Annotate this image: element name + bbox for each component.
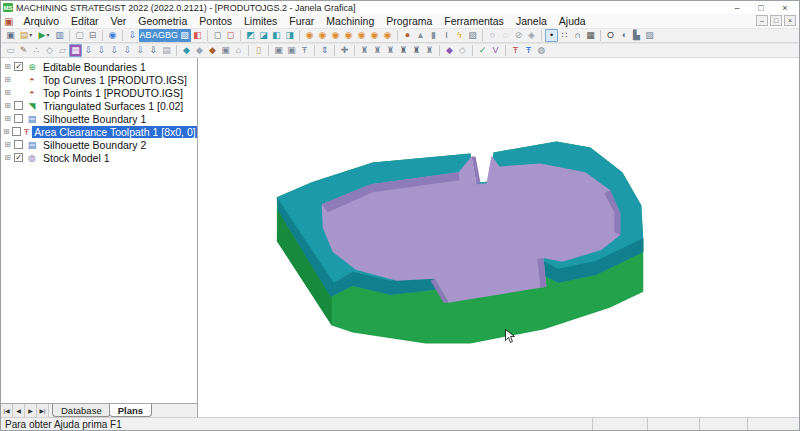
raster-finish-button[interactable]: ▤▾ xyxy=(160,44,173,57)
machining-op-3-button[interactable]: ♜▾ xyxy=(384,44,397,57)
circle-draw-button[interactable]: O▾ xyxy=(604,29,617,42)
machining-op-4-button[interactable]: ♜▾ xyxy=(397,44,410,57)
section-button[interactable]: I▾ xyxy=(440,29,453,42)
maximize-icon[interactable]: □ xyxy=(749,3,773,13)
zoom-window-button[interactable]: ◻▾ xyxy=(211,29,224,42)
menu-item[interactable]: Geometria xyxy=(132,15,193,27)
menu-item[interactable]: Ver xyxy=(105,15,133,27)
menu-item[interactable]: Ferramentas xyxy=(438,15,510,27)
zoom-previous-button[interactable]: ◻▾ xyxy=(224,29,237,42)
view-bottom-button[interactable]: ◉▾ xyxy=(381,29,394,42)
area-clearance-active-button[interactable]: ▦▾ xyxy=(69,44,82,57)
iso-view-ne-button[interactable]: ◩▾ xyxy=(244,29,257,42)
graphics-viewport[interactable] xyxy=(198,58,799,417)
page-setup-button[interactable]: ▢▾ xyxy=(73,29,86,42)
tool-axis-red-button[interactable]: Ŧ▾ xyxy=(509,44,522,57)
step-button[interactable]: ▙▾ xyxy=(630,29,643,42)
plane-button[interactable]: ▭▾ xyxy=(4,44,17,57)
point-mode-button[interactable]: •▾ xyxy=(545,29,558,42)
view-iso-button[interactable]: ◉▾ xyxy=(303,29,316,42)
tab-plans[interactable]: Plans xyxy=(109,404,152,417)
drill-3-button[interactable]: ⇩▾ xyxy=(108,44,121,57)
expand-icon[interactable]: ⊞ xyxy=(3,101,12,110)
expand-icon[interactable]: ⊞ xyxy=(3,153,12,162)
circle-select-2-button[interactable]: ◌▾ xyxy=(499,29,512,42)
view-ab-button[interactable]: AB▾ xyxy=(139,29,152,42)
iso-view-nw-button[interactable]: ◪▾ xyxy=(257,29,270,42)
mdi-close-icon[interactable]: × xyxy=(784,15,796,26)
minimize-icon[interactable]: – xyxy=(725,3,749,13)
clipboard-button[interactable]: ▯▾ xyxy=(252,44,265,57)
view-bg-button[interactable]: BG▾ xyxy=(165,29,178,42)
verify-check-button[interactable]: ✓▾ xyxy=(476,44,489,57)
menu-item[interactable]: Pontos xyxy=(193,15,238,27)
view-back-button[interactable]: ◉▾ xyxy=(342,29,355,42)
tab-scroll-first-button[interactable]: |◀ xyxy=(1,404,13,417)
pencil-button[interactable]: ✎▾ xyxy=(17,44,30,57)
simulate-button[interactable]: V▾ xyxy=(489,44,502,57)
cone-button[interactable]: ▲▾ xyxy=(414,29,427,42)
mesh-mode-button[interactable]: ▦▾ xyxy=(584,29,597,42)
drill-4-button[interactable]: ⇩▾ xyxy=(121,44,134,57)
sphere-select-button[interactable]: ◈▾ xyxy=(525,29,538,42)
offset-surface-button[interactable]: ▱▾ xyxy=(56,44,69,57)
expand-icon[interactable]: ⊞ xyxy=(3,127,10,136)
fillet-button[interactable]: ◖▾ xyxy=(617,29,630,42)
tree-checkbox[interactable] xyxy=(14,114,23,123)
print-button[interactable]: ⊟▾ xyxy=(86,29,99,42)
new-graphics-window-button[interactable]: ▣▾ xyxy=(4,29,17,42)
mdi-restore-icon[interactable]: □ xyxy=(770,15,782,26)
cylinder-button[interactable]: ▮▾ xyxy=(427,29,440,42)
tab-database[interactable]: Database xyxy=(52,404,111,417)
expand-icon[interactable]: ⊞ xyxy=(3,140,12,149)
tree-checkbox[interactable] xyxy=(14,101,23,110)
shaded-sphere-button[interactable]: ●▾ xyxy=(401,29,414,42)
scatter-points-button[interactable]: ∴▾ xyxy=(30,44,43,57)
tree-checkbox[interactable]: ✓ xyxy=(14,62,23,71)
save-button[interactable]: ▥▾ xyxy=(53,29,66,42)
hatch-button[interactable]: ▨▾ xyxy=(643,29,656,42)
tab-scroll-last-button[interactable]: ▶| xyxy=(37,404,49,417)
machining-op-2-button[interactable]: ♜▾ xyxy=(371,44,384,57)
view-left-button[interactable]: ◉▾ xyxy=(355,29,368,42)
menu-item[interactable]: Limites xyxy=(238,15,283,27)
tree-checkbox[interactable] xyxy=(12,127,21,136)
stock-sphere-button[interactable]: ◍▾ xyxy=(535,44,548,57)
tree-item-area-clearance-toolpath[interactable]: ⊞ Ŧ Area Clearance Toolpath 1 [8x0, 0] xyxy=(1,125,197,138)
circle-select-1-button[interactable]: ○▾ xyxy=(486,29,499,42)
picture-button[interactable]: ▣▾ xyxy=(219,44,232,57)
drill-5-button[interactable]: ⇩▾ xyxy=(134,44,147,57)
menu-item[interactable]: Editar xyxy=(65,15,104,27)
machining-op-6-button[interactable]: ♜▾ xyxy=(423,44,436,57)
pencil-mill-button[interactable]: ◆▾ xyxy=(193,44,206,57)
drill-2-button[interactable]: ⇩▾ xyxy=(95,44,108,57)
close-icon[interactable]: × xyxy=(773,3,797,13)
expand-icon[interactable]: ⊞ xyxy=(3,114,12,123)
mdi-minimize-icon[interactable]: – xyxy=(756,15,768,26)
analysis-button[interactable]: ▧▾ xyxy=(466,29,479,42)
tree-item-triangulated-surfaces[interactable]: ⊞ ◥ Triangulated Surfaces 1 [0.02] xyxy=(1,99,197,112)
help-button[interactable]: ◉▾ xyxy=(106,29,119,42)
tree-checkbox[interactable]: ✓ xyxy=(14,153,23,162)
menu-item[interactable]: Programa xyxy=(380,15,438,27)
corner-mill-button[interactable]: ◆▾ xyxy=(206,44,219,57)
transform-button[interactable]: ✚▾ xyxy=(338,44,351,57)
toolpath-outline-button[interactable]: ◇▾ xyxy=(456,44,469,57)
machine-tools-button[interactable]: Ŧ▾ xyxy=(298,44,311,57)
expand-icon[interactable]: ⊞ xyxy=(3,88,12,97)
tree-item-stock-model[interactable]: ⊞ ✓ ◍ Stock Model 1 xyxy=(1,151,197,164)
menu-item[interactable]: Janela xyxy=(510,15,553,27)
expand-icon[interactable]: ⊞ xyxy=(3,62,12,71)
menu-item[interactable]: Arquivo xyxy=(17,15,65,27)
shade-toggle-button[interactable]: ◧▾ xyxy=(191,29,204,42)
tab-scroll-next-button[interactable]: ▶ xyxy=(25,404,37,417)
view-ag-button[interactable]: AG▾ xyxy=(152,29,165,42)
drill-1-button[interactable]: ⇩▾ xyxy=(82,44,95,57)
tile-window-1-button[interactable]: ▣▾ xyxy=(272,44,285,57)
import-button[interactable]: ⇩▾ xyxy=(126,29,139,42)
tree-checkbox[interactable] xyxy=(14,140,23,149)
arc-mode-button[interactable]: ∩▾ xyxy=(571,29,584,42)
menu-item[interactable]: Machining xyxy=(320,15,380,27)
iso-view-sw-button[interactable]: ◨▾ xyxy=(283,29,296,42)
machining-op-5-button[interactable]: ♜▾ xyxy=(410,44,423,57)
